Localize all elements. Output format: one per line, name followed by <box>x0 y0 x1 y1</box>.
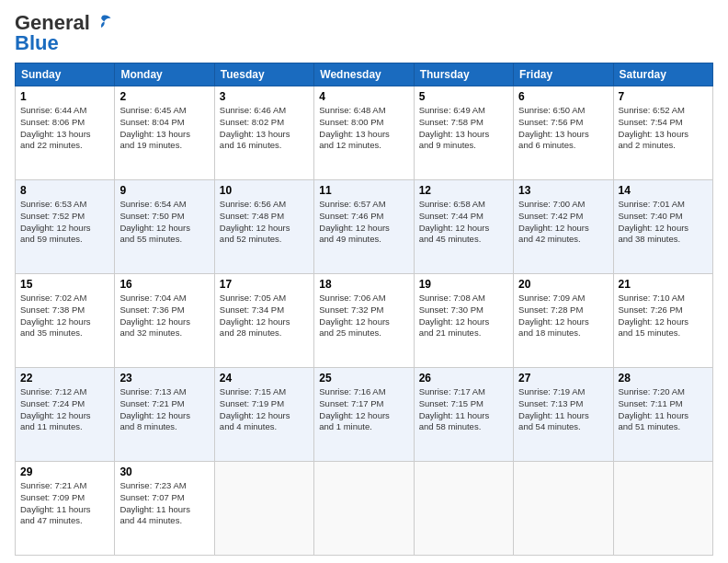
calendar-cell-0-0: 1Sunrise: 6:44 AM Sunset: 8:06 PM Daylig… <box>16 86 115 180</box>
calendar-cell-0-1: 2Sunrise: 6:45 AM Sunset: 8:04 PM Daylig… <box>115 86 214 180</box>
day-info-2: Sunrise: 6:45 AM Sunset: 8:04 PM Dayligh… <box>119 105 209 152</box>
calendar-cell-2-2: 17Sunrise: 7:05 AM Sunset: 7:34 PM Dayli… <box>214 274 313 368</box>
calendar-cell-3-5: 27Sunrise: 7:19 AM Sunset: 7:13 PM Dayli… <box>514 368 613 462</box>
calendar-cell-2-1: 16Sunrise: 7:04 AM Sunset: 7:36 PM Dayli… <box>115 274 214 368</box>
calendar-cell-0-6: 7Sunrise: 6:52 AM Sunset: 7:54 PM Daylig… <box>613 86 712 180</box>
day-number-22: 22 <box>20 372 109 385</box>
day-number-4: 4 <box>319 90 408 103</box>
day-number-7: 7 <box>619 90 708 103</box>
day-info-11: Sunrise: 6:57 AM Sunset: 7:46 PM Dayligh… <box>319 199 408 246</box>
day-info-15: Sunrise: 7:02 AM Sunset: 7:38 PM Dayligh… <box>20 293 109 339</box>
header-monday: Monday <box>115 63 214 86</box>
day-number-14: 14 <box>619 184 708 197</box>
calendar-cell-0-2: 3Sunrise: 6:46 AM Sunset: 8:02 PM Daylig… <box>214 86 313 180</box>
calendar-cell-3-3: 25Sunrise: 7:16 AM Sunset: 7:17 PM Dayli… <box>314 368 414 462</box>
calendar-cell-4-5 <box>514 462 613 556</box>
header-thursday: Thursday <box>414 63 513 86</box>
calendar-week-2: 8Sunrise: 6:53 AM Sunset: 7:52 PM Daylig… <box>16 180 713 274</box>
day-number-27: 27 <box>518 372 608 385</box>
day-info-4: Sunrise: 6:48 AM Sunset: 8:00 PM Dayligh… <box>319 105 408 152</box>
day-info-16: Sunrise: 7:04 AM Sunset: 7:36 PM Dayligh… <box>119 293 209 339</box>
day-info-17: Sunrise: 7:05 AM Sunset: 7:34 PM Dayligh… <box>220 293 309 339</box>
header: General Blue <box>15 11 713 55</box>
calendar-cell-1-2: 10Sunrise: 6:56 AM Sunset: 7:48 PM Dayli… <box>214 180 313 274</box>
calendar-week-3: 15Sunrise: 7:02 AM Sunset: 7:38 PM Dayli… <box>16 274 713 368</box>
day-info-26: Sunrise: 7:17 AM Sunset: 7:15 PM Dayligh… <box>419 386 508 433</box>
calendar-cell-4-6 <box>613 462 712 556</box>
calendar-week-4: 22Sunrise: 7:12 AM Sunset: 7:24 PM Dayli… <box>16 368 713 462</box>
day-info-13: Sunrise: 7:00 AM Sunset: 7:42 PM Dayligh… <box>518 199 608 246</box>
calendar-week-1: 1Sunrise: 6:44 AM Sunset: 8:06 PM Daylig… <box>16 86 713 180</box>
calendar-cell-1-6: 14Sunrise: 7:01 AM Sunset: 7:40 PM Dayli… <box>613 180 712 274</box>
calendar-cell-3-1: 23Sunrise: 7:13 AM Sunset: 7:21 PM Dayli… <box>115 368 214 462</box>
day-info-18: Sunrise: 7:06 AM Sunset: 7:32 PM Dayligh… <box>319 293 408 339</box>
day-info-1: Sunrise: 6:44 AM Sunset: 8:06 PM Dayligh… <box>20 105 109 152</box>
logo-bird-icon <box>92 13 112 33</box>
day-number-8: 8 <box>20 184 109 197</box>
header-friday: Friday <box>514 63 613 86</box>
day-number-29: 29 <box>20 465 109 478</box>
calendar-cell-4-2 <box>214 462 313 556</box>
day-info-28: Sunrise: 7:20 AM Sunset: 7:11 PM Dayligh… <box>619 386 708 433</box>
day-info-20: Sunrise: 7:09 AM Sunset: 7:28 PM Dayligh… <box>518 293 608 339</box>
calendar-cell-1-1: 9Sunrise: 6:54 AM Sunset: 7:50 PM Daylig… <box>115 180 214 274</box>
calendar-cell-1-3: 11Sunrise: 6:57 AM Sunset: 7:46 PM Dayli… <box>314 180 414 274</box>
day-info-23: Sunrise: 7:13 AM Sunset: 7:21 PM Dayligh… <box>119 386 209 433</box>
calendar-cell-4-0: 29Sunrise: 7:21 AM Sunset: 7:09 PM Dayli… <box>16 462 115 556</box>
day-number-18: 18 <box>319 278 408 291</box>
day-number-20: 20 <box>518 278 608 291</box>
day-number-19: 19 <box>419 278 508 291</box>
calendar-cell-2-0: 15Sunrise: 7:02 AM Sunset: 7:38 PM Dayli… <box>16 274 115 368</box>
logo-blue-text: Blue <box>15 31 59 55</box>
day-number-5: 5 <box>419 90 508 103</box>
calendar-cell-1-0: 8Sunrise: 6:53 AM Sunset: 7:52 PM Daylig… <box>16 180 115 274</box>
day-number-11: 11 <box>319 184 408 197</box>
day-number-3: 3 <box>220 90 309 103</box>
header-tuesday: Tuesday <box>214 63 313 86</box>
calendar-cell-3-0: 22Sunrise: 7:12 AM Sunset: 7:24 PM Dayli… <box>16 368 115 462</box>
calendar-cell-4-4 <box>414 462 513 556</box>
calendar-week-5: 29Sunrise: 7:21 AM Sunset: 7:09 PM Dayli… <box>16 462 713 556</box>
day-number-25: 25 <box>319 372 408 385</box>
day-info-29: Sunrise: 7:21 AM Sunset: 7:09 PM Dayligh… <box>20 480 109 527</box>
day-info-22: Sunrise: 7:12 AM Sunset: 7:24 PM Dayligh… <box>20 386 109 433</box>
day-info-21: Sunrise: 7:10 AM Sunset: 7:26 PM Dayligh… <box>619 293 708 339</box>
day-number-1: 1 <box>20 90 109 103</box>
day-info-24: Sunrise: 7:15 AM Sunset: 7:19 PM Dayligh… <box>220 386 309 433</box>
header-sunday: Sunday <box>16 63 115 86</box>
page: General Blue Sunday Monday Tuesday Wedne… <box>0 0 728 563</box>
day-number-26: 26 <box>419 372 508 385</box>
day-number-15: 15 <box>20 278 109 291</box>
day-info-7: Sunrise: 6:52 AM Sunset: 7:54 PM Dayligh… <box>619 105 708 152</box>
day-number-12: 12 <box>419 184 508 197</box>
calendar-cell-3-4: 26Sunrise: 7:17 AM Sunset: 7:15 PM Dayli… <box>414 368 513 462</box>
day-number-13: 13 <box>518 184 608 197</box>
day-number-23: 23 <box>119 372 209 385</box>
day-info-3: Sunrise: 6:46 AM Sunset: 8:02 PM Dayligh… <box>220 105 309 152</box>
day-info-14: Sunrise: 7:01 AM Sunset: 7:40 PM Dayligh… <box>619 199 708 246</box>
calendar-cell-2-6: 21Sunrise: 7:10 AM Sunset: 7:26 PM Dayli… <box>613 274 712 368</box>
calendar-cell-3-2: 24Sunrise: 7:15 AM Sunset: 7:19 PM Dayli… <box>214 368 313 462</box>
header-wednesday: Wednesday <box>314 63 414 86</box>
header-saturday: Saturday <box>613 63 712 86</box>
day-number-2: 2 <box>119 90 209 103</box>
calendar-cell-4-1: 30Sunrise: 7:23 AM Sunset: 7:07 PM Dayli… <box>115 462 214 556</box>
day-number-24: 24 <box>220 372 309 385</box>
day-info-12: Sunrise: 6:58 AM Sunset: 7:44 PM Dayligh… <box>419 199 508 246</box>
day-info-10: Sunrise: 6:56 AM Sunset: 7:48 PM Dayligh… <box>220 199 309 246</box>
day-number-16: 16 <box>119 278 209 291</box>
calendar-cell-1-5: 13Sunrise: 7:00 AM Sunset: 7:42 PM Dayli… <box>514 180 613 274</box>
calendar-cell-0-5: 6Sunrise: 6:50 AM Sunset: 7:56 PM Daylig… <box>514 86 613 180</box>
day-number-28: 28 <box>619 372 708 385</box>
day-number-6: 6 <box>518 90 608 103</box>
calendar-cell-0-3: 4Sunrise: 6:48 AM Sunset: 8:00 PM Daylig… <box>314 86 414 180</box>
calendar-cell-3-6: 28Sunrise: 7:20 AM Sunset: 7:11 PM Dayli… <box>613 368 712 462</box>
calendar-cell-1-4: 12Sunrise: 6:58 AM Sunset: 7:44 PM Dayli… <box>414 180 513 274</box>
day-info-27: Sunrise: 7:19 AM Sunset: 7:13 PM Dayligh… <box>518 386 608 433</box>
calendar-cell-2-4: 19Sunrise: 7:08 AM Sunset: 7:30 PM Dayli… <box>414 274 513 368</box>
day-info-19: Sunrise: 7:08 AM Sunset: 7:30 PM Dayligh… <box>419 293 508 339</box>
day-info-25: Sunrise: 7:16 AM Sunset: 7:17 PM Dayligh… <box>319 386 408 433</box>
day-number-30: 30 <box>119 465 209 478</box>
day-info-6: Sunrise: 6:50 AM Sunset: 7:56 PM Dayligh… <box>518 105 608 152</box>
day-info-8: Sunrise: 6:53 AM Sunset: 7:52 PM Dayligh… <box>20 199 109 246</box>
